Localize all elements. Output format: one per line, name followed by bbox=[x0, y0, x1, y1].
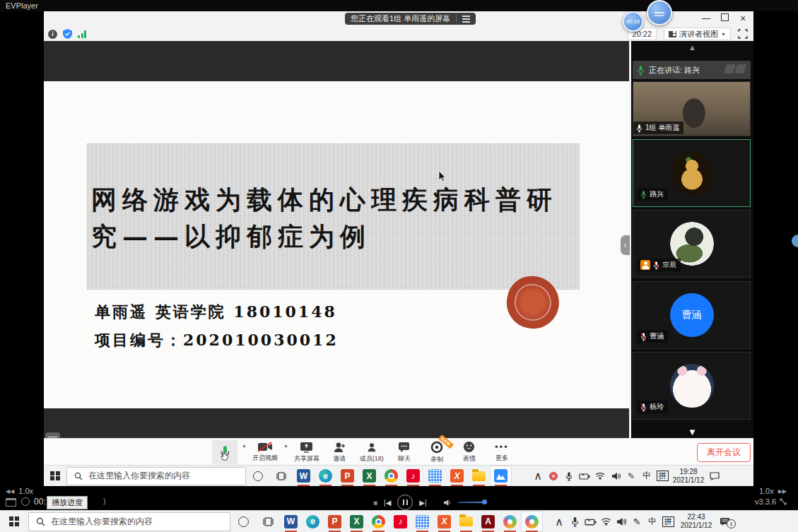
restore-button[interactable] bbox=[717, 13, 732, 23]
search-input[interactable]: 在这里输入你要搜索的内容 bbox=[66, 467, 246, 485]
ime-pinyin-indicator[interactable]: 拼 bbox=[655, 471, 670, 481]
scroll-up-icon[interactable]: ▲ bbox=[631, 43, 753, 52]
playlist-icon[interactable] bbox=[6, 498, 16, 507]
taskbar-app-xmind[interactable]: X bbox=[446, 466, 468, 486]
chat-button[interactable]: 聊天 bbox=[390, 442, 418, 463]
network-signal-icon[interactable] bbox=[78, 30, 86, 38]
cortana-icon[interactable] bbox=[246, 471, 270, 481]
start-video-button[interactable]: 开启视频 bbox=[251, 442, 279, 463]
pause-button[interactable] bbox=[397, 495, 413, 510]
task-view-icon[interactable] bbox=[270, 472, 293, 480]
taskbar-app-file-explorer[interactable] bbox=[455, 511, 477, 532]
tray-chevron-icon[interactable]: ∧ bbox=[551, 515, 567, 528]
record-button[interactable]: NEW 录制 bbox=[423, 441, 451, 464]
participant-tile[interactable]: 杨玲 bbox=[633, 352, 751, 420]
taskbar-app-edge[interactable]: e bbox=[302, 511, 324, 532]
taskbar-app-xmind[interactable]: X bbox=[433, 511, 455, 532]
video-options-caret[interactable]: ▲ bbox=[283, 443, 288, 448]
emoji-button[interactable]: 表情 bbox=[455, 441, 483, 463]
taskbar-app-edge[interactable]: e bbox=[315, 466, 336, 486]
participant-video-tile[interactable]: 1组 单雨遥 bbox=[633, 81, 751, 136]
start-button[interactable] bbox=[44, 471, 66, 481]
mic-options-caret[interactable]: ▲ bbox=[242, 443, 247, 448]
taskbar-app-ev-capture[interactable] bbox=[499, 511, 521, 532]
minimize-button[interactable]: — bbox=[698, 13, 714, 23]
floating-timer-bubble[interactable] bbox=[647, 0, 672, 25]
close-button[interactable]: × bbox=[735, 13, 751, 24]
floating-countdown-bubble[interactable]: 00:15 bbox=[623, 11, 643, 32]
participant-name-chip: 杨玲 曹涵 bbox=[638, 330, 668, 343]
banner-menu-icon[interactable] bbox=[462, 16, 470, 22]
share-screen-button[interactable]: 共享屏幕 bbox=[293, 442, 321, 463]
speed-up-icon[interactable]: ▶▶ bbox=[778, 488, 787, 495]
view-mode-button[interactable]: 演讲者视图 ▼ bbox=[664, 28, 731, 40]
evplayer-titlebar[interactable]: EVPlayer bbox=[0, 0, 798, 11]
scroll-down-icon[interactable]: ▼ bbox=[631, 427, 753, 437]
previous-button[interactable]: |◀ bbox=[384, 499, 391, 507]
tray-clock[interactable]: 22:432021/1/12 bbox=[676, 513, 717, 530]
fullscreen-icon[interactable] bbox=[738, 29, 748, 39]
action-center-icon[interactable]: 1 bbox=[717, 517, 732, 526]
mute-button[interactable] bbox=[212, 440, 237, 464]
ime-language-indicator[interactable]: 中 bbox=[645, 516, 660, 528]
taskbar-app-file-explorer[interactable] bbox=[468, 466, 490, 486]
taskbar-app-meeting[interactable] bbox=[490, 466, 512, 486]
tray-clock[interactable]: 19:282021/1/12 bbox=[670, 468, 707, 485]
search-input[interactable]: 在这里输入你要搜索的内容 bbox=[28, 512, 230, 531]
tray-mic-icon[interactable] bbox=[567, 516, 582, 527]
taskbar-app-excel[interactable]: X bbox=[358, 466, 380, 486]
invite-button[interactable]: 邀请 bbox=[325, 442, 353, 463]
taskbar-app-calendar[interactable] bbox=[411, 511, 433, 532]
tray-battery-icon[interactable] bbox=[582, 518, 598, 526]
tray-volume-icon[interactable] bbox=[614, 517, 629, 526]
edge-float-ball[interactable] bbox=[792, 235, 798, 247]
volume-slider[interactable] bbox=[458, 502, 485, 503]
tray-volume-icon[interactable] bbox=[608, 472, 623, 480]
loop-icon[interactable] bbox=[21, 497, 30, 506]
participant-tile[interactable]: 路兴 bbox=[633, 139, 751, 207]
start-button[interactable] bbox=[0, 516, 28, 526]
meeting-info-icon[interactable]: i bbox=[48, 30, 57, 39]
player-float-menu-icon[interactable] bbox=[45, 432, 60, 438]
resize-icon[interactable] bbox=[780, 498, 787, 505]
taskbar-app-evplayer[interactable] bbox=[521, 511, 543, 532]
members-button[interactable]: 成员(18) bbox=[358, 442, 386, 463]
tray-mic-icon[interactable] bbox=[561, 471, 577, 481]
security-shield-icon[interactable] bbox=[63, 29, 72, 39]
taskbar-app-chrome[interactable] bbox=[380, 466, 402, 486]
tray-wifi-icon[interactable] bbox=[592, 472, 608, 480]
leave-meeting-button[interactable]: 离开会议 bbox=[697, 443, 751, 462]
tray-ink-pen-icon[interactable]: ✎ bbox=[623, 471, 639, 481]
watching-banner[interactable]: 您正在观看1组 单雨遥的屏幕 bbox=[345, 13, 476, 25]
action-center-icon[interactable] bbox=[707, 472, 722, 480]
taskbar-app-acrobat[interactable]: A bbox=[477, 511, 499, 532]
tray-wifi-icon[interactable] bbox=[598, 517, 614, 526]
tray-chevron-icon[interactable]: ∧ bbox=[530, 469, 546, 483]
view-mode-label: 演讲者视图 bbox=[679, 29, 718, 40]
taskbar-app-netease-music[interactable]: ♪ bbox=[389, 511, 411, 532]
next-button[interactable]: ▶| bbox=[419, 499, 426, 507]
taskbar-app-calendar[interactable] bbox=[424, 466, 446, 486]
ime-pinyin-indicator[interactable]: 拼 bbox=[660, 516, 676, 527]
tray-red-app-icon[interactable] bbox=[546, 472, 561, 480]
tray-battery-icon[interactable] bbox=[577, 473, 592, 480]
stop-button[interactable]: ■ bbox=[373, 499, 377, 507]
taskbar-app-word[interactable]: W bbox=[293, 466, 315, 486]
speed-down-icon[interactable]: ◀◀ bbox=[6, 488, 14, 495]
participant-tile[interactable]: 宗辰 bbox=[633, 210, 751, 278]
sidebar-collapse-handle[interactable]: ‹ bbox=[621, 235, 630, 255]
cortana-icon[interactable] bbox=[230, 516, 256, 527]
taskbar-app-word[interactable]: W bbox=[280, 511, 302, 532]
taskbar-app-excel[interactable]: X bbox=[346, 511, 368, 532]
task-view-icon[interactable] bbox=[256, 517, 280, 526]
volume-icon[interactable] bbox=[443, 499, 452, 507]
taskbar-app-powerpoint[interactable]: P bbox=[324, 511, 346, 532]
tray-ink-pen-icon[interactable]: ✎ bbox=[629, 516, 645, 527]
taskbar-app-netease-music[interactable]: ♪ bbox=[402, 466, 424, 486]
bubble-marks bbox=[655, 12, 664, 13]
taskbar-app-powerpoint[interactable]: P bbox=[336, 466, 358, 486]
taskbar-app-chrome[interactable] bbox=[368, 511, 389, 532]
ime-language-indicator[interactable]: 中 bbox=[639, 470, 655, 482]
participant-tile[interactable]: 曹涵 杨玲 曹涵 bbox=[633, 281, 751, 349]
more-button[interactable]: ••• 更多 bbox=[488, 442, 516, 463]
